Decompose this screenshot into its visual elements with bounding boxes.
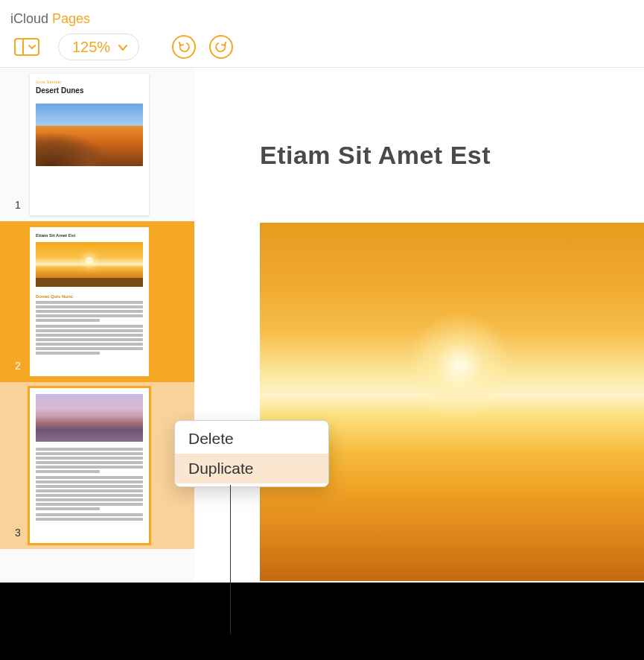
thumbnail-card: Etiam Sit Amet Est Donec Quis Nunc [30, 227, 149, 376]
context-menu: Delete Duplicate [174, 420, 329, 487]
menu-item-delete[interactable]: Delete [175, 424, 328, 454]
thumbnail-card [30, 388, 149, 543]
toolbar: 125% [0, 27, 644, 67]
zoom-dropdown[interactable]: 125% [58, 34, 139, 60]
view-button[interactable] [9, 34, 45, 60]
callout-line [230, 485, 231, 634]
page-number: 3 [15, 527, 21, 539]
redo-button[interactable] [209, 35, 233, 59]
bottom-strip [0, 583, 644, 660]
thumbnail-heading: Etiam Sit Amet Est [36, 233, 143, 238]
page-thumbnail[interactable]: 3 [0, 382, 194, 549]
document-image-ground [260, 531, 644, 581]
app-brand-pages: Pages [52, 11, 90, 27]
thumbnail-body-text [36, 448, 143, 522]
thumbnail-kicker: Urna Semper [36, 80, 143, 84]
page-number: 2 [15, 360, 21, 372]
chevron-down-icon [118, 44, 128, 51]
thumbnail-card: Urna Semper Desert Dunes [30, 74, 149, 215]
page-thumbnail[interactable]: 2 Etiam Sit Amet Est Donec Quis Nunc [0, 221, 194, 382]
thumbnail-image [36, 104, 143, 166]
page-thumbnail[interactable]: 1 Urna Semper Desert Dunes [0, 68, 194, 221]
page-number: 1 [15, 199, 21, 211]
document-heading: Etiam Sit Amet Est [260, 141, 491, 170]
thumbnail-title: Desert Dunes [36, 86, 143, 95]
main-area: 1 Urna Semper Desert Dunes 2 Etiam Sit A… [0, 67, 644, 581]
titlebar: iCloud Pages [0, 0, 644, 27]
thumbnail-image [36, 242, 143, 287]
thumbnail-image [36, 394, 143, 442]
page-thumbnails-sidebar[interactable]: 1 Urna Semper Desert Dunes 2 Etiam Sit A… [0, 67, 194, 581]
sidebar-icon [14, 38, 39, 56]
document-canvas[interactable]: Etiam Sit Amet Est [194, 67, 644, 581]
svg-rect-0 [15, 39, 39, 55]
document-image[interactable] [260, 223, 644, 581]
undo-icon [177, 40, 191, 54]
app-brand-icloud: iCloud [10, 11, 48, 27]
menu-item-duplicate[interactable]: Duplicate [175, 454, 328, 483]
thumbnail-body-text [36, 301, 143, 358]
redo-icon [214, 40, 228, 54]
thumbnail-subheading: Donec Quis Nunc [36, 294, 143, 299]
zoom-value: 125% [72, 39, 110, 56]
undo-button[interactable] [172, 35, 196, 59]
